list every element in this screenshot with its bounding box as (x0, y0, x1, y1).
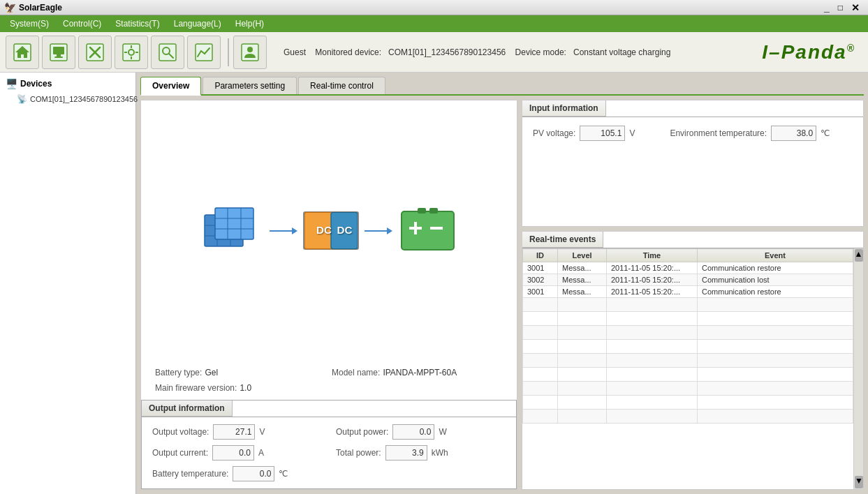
toolbar-computer-btn[interactable] (42, 36, 75, 69)
svg-point-20 (247, 47, 253, 52)
input-section-title: Input information (522, 100, 606, 117)
minimize-btn[interactable]: _ (820, 2, 834, 13)
app-icon: 🦅 (4, 2, 16, 13)
battery-temp-input[interactable] (233, 466, 274, 481)
sidebar: 🖥️ Devices 📡 COM1[01]_1234567890123456 (0, 73, 136, 494)
table-row[interactable]: 3002Messa...2011-11-05 15:20:...Communic… (523, 274, 853, 286)
col-id: ID (523, 249, 558, 262)
cell-time: 2011-11-05 15:20:... (607, 286, 698, 298)
menu-statistics[interactable]: Statistics(T) (108, 17, 166, 30)
svg-rect-41 (429, 208, 438, 214)
svg-text:DC: DC (316, 224, 332, 236)
toolbar-separator (228, 38, 229, 66)
output-power-row: Output power: W (336, 424, 506, 440)
svg-marker-32 (292, 227, 297, 234)
table-row-empty (523, 340, 853, 354)
toolbar-tools-btn[interactable] (78, 36, 112, 69)
pv-voltage-input[interactable] (580, 126, 625, 141)
overview-content: DC DC (140, 100, 864, 490)
cell-empty (523, 396, 558, 410)
input-panel-content: PV voltage: V Environment temperature: ℃ (522, 117, 863, 149)
scrollbar-thumb-bottom[interactable]: ▼ (855, 476, 863, 488)
svg-rect-4 (57, 54, 61, 57)
events-section-title: Real-time events (522, 232, 603, 248)
events-table-wrapper: ID Level Time Event 3001Messa...2011-11-… (522, 248, 863, 489)
toolbar-search-btn[interactable] (151, 36, 184, 69)
home-icon (13, 43, 32, 62)
table-row-empty (523, 396, 853, 410)
cell-empty (558, 326, 607, 340)
device-mode: Constant voltage charging (573, 47, 670, 57)
close-btn[interactable]: ✕ (847, 2, 864, 13)
svg-rect-12 (131, 57, 132, 59)
table-row[interactable]: 3001Messa...2011-11-05 15:20:...Communic… (523, 262, 853, 274)
svg-rect-43 (414, 222, 417, 234)
tab-overview[interactable]: Overview (140, 77, 201, 96)
devices-icon: 🖥️ (6, 78, 17, 89)
table-row-empty (523, 410, 853, 424)
menu-bar: System(S) Control(C) Statistics(T) Langu… (0, 15, 868, 32)
svg-marker-38 (387, 227, 392, 234)
toolbar-gear-btn[interactable] (115, 36, 148, 69)
monitored-device-label: Monitored device: (315, 47, 381, 57)
menu-help[interactable]: Help(H) (228, 17, 271, 30)
output-voltage-row: Output voltage: V (152, 424, 322, 440)
cell-empty (523, 326, 558, 340)
scrollbar-thumb[interactable]: ▲ (855, 249, 863, 262)
cell-empty (698, 354, 853, 368)
output-voltage-input[interactable] (213, 424, 255, 440)
events-header-row: Real-time events (522, 232, 863, 248)
chart-icon (194, 43, 214, 62)
cell-event: Communication lost (698, 274, 853, 286)
sidebar-devices-root[interactable]: 🖥️ Devices (3, 75, 133, 92)
cell-empty (523, 312, 558, 326)
toolbar-home-btn[interactable] (6, 36, 39, 69)
cell-empty (607, 312, 698, 326)
toolbar-person-btn[interactable] (233, 36, 267, 69)
env-temp-input[interactable] (771, 126, 816, 141)
app-title: SolarEagle (19, 3, 62, 13)
cell-empty (698, 396, 853, 410)
menu-system[interactable]: System(S) (3, 17, 56, 30)
total-power-input[interactable] (385, 445, 427, 461)
tab-realtime[interactable]: Real-time control (298, 77, 385, 94)
content-area: Overview Parameters setting Real-time co… (136, 73, 868, 494)
events-panel: Real-time events ID Level Time Eve (522, 231, 864, 490)
cell-event: Communication restore (698, 286, 853, 298)
menu-language[interactable]: Language(L) (167, 17, 228, 30)
arrow-1 (270, 224, 297, 238)
cell-empty (607, 382, 698, 396)
output-section-title: Output information (142, 401, 233, 417)
svg-rect-44 (430, 227, 443, 230)
table-row-empty (523, 298, 853, 312)
scrollbar-track[interactable]: ▲ ▼ (853, 248, 863, 489)
svg-rect-11 (131, 45, 132, 48)
sidebar-device-item[interactable]: 📡 COM1[01]_1234567890123456 (3, 92, 133, 106)
menu-control[interactable]: Control(C) (56, 17, 108, 30)
input-panel-spacer (522, 149, 863, 226)
cell-empty (523, 354, 558, 368)
cell-empty (523, 368, 558, 382)
maximize-btn[interactable]: □ (834, 3, 847, 13)
computer-icon (49, 43, 68, 62)
right-panel: Input information PV voltage: V Environm… (522, 100, 864, 490)
cell-level: Messa... (558, 274, 607, 286)
device-mode-label: Device mode: (515, 47, 566, 57)
title-bar: 🦅 SolarEagle _ □ ✕ (0, 0, 868, 15)
tab-parameters[interactable]: Parameters setting (203, 77, 297, 94)
svg-rect-13 (124, 52, 127, 53)
cell-empty (607, 410, 698, 424)
solar-panels-svg (201, 204, 264, 257)
cell-empty (558, 368, 607, 382)
events-table-container: ID Level Time Event 3001Messa...2011-11-… (522, 248, 853, 489)
cell-time: 2011-11-05 15:20:... (607, 262, 698, 274)
svg-rect-5 (54, 57, 63, 58)
output-power-input[interactable] (392, 424, 434, 440)
output-current-input[interactable] (212, 445, 254, 461)
cell-empty (523, 410, 558, 424)
cell-empty (523, 382, 558, 396)
model-name-item: Model name: IPANDA-MPPT-60A (332, 368, 503, 377)
col-level: Level (558, 249, 607, 262)
table-row[interactable]: 3001Messa...2011-11-05 15:20:...Communic… (523, 286, 853, 298)
toolbar-chart-btn[interactable] (187, 36, 221, 69)
